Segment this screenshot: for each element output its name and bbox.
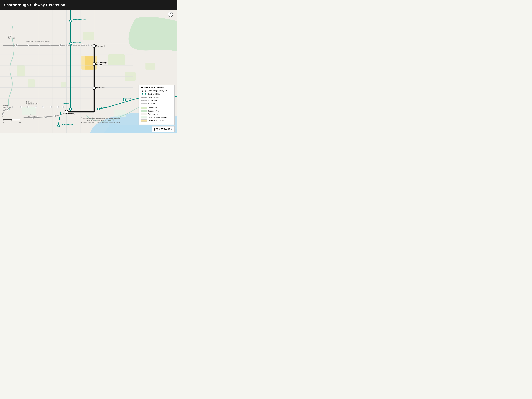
legend-item-go-rail: Existing GO Rail bbox=[141, 93, 172, 95]
svg-text:Sheppard: Sheppard bbox=[8, 37, 15, 39]
svg-text:Line: Line bbox=[2, 107, 6, 109]
scale-label-1: 1 bbox=[10, 122, 11, 123]
legend-label-existing-subway: Existing Subway bbox=[148, 96, 160, 98]
svg-point-106 bbox=[145, 100, 146, 101]
svg-point-50 bbox=[51, 106, 52, 108]
svg-point-42 bbox=[88, 44, 90, 46]
header: Scarborough Subway Extension bbox=[0, 0, 177, 10]
legend-item-existing-subway: Existing Subway bbox=[141, 96, 172, 98]
svg-point-58 bbox=[45, 116, 47, 118]
svg-point-48 bbox=[35, 106, 37, 108]
svg-point-108 bbox=[142, 103, 143, 104]
svg-point-69 bbox=[93, 87, 95, 90]
svg-point-61 bbox=[70, 20, 72, 22]
svg-point-34 bbox=[27, 44, 29, 46]
disclaimer-line1: All alignments/stations are conceptual a… bbox=[81, 117, 120, 119]
svg-point-35 bbox=[38, 44, 40, 46]
svg-rect-2 bbox=[108, 54, 125, 65]
scale-label-0: 0 bbox=[3, 122, 4, 123]
svg-point-96 bbox=[142, 90, 143, 91]
svg-text:Sheppard: Sheppard bbox=[96, 45, 105, 47]
svg-point-40 bbox=[74, 44, 76, 46]
svg-point-102 bbox=[142, 97, 143, 98]
legend-item-built-up-greenbelt: Built-Up Area in Greenbelt bbox=[141, 116, 172, 119]
svg-text:Eglinton: Eglinton bbox=[26, 101, 32, 103]
legend-title: SCARBOROUGH SUBWAY EXT. bbox=[141, 87, 172, 89]
svg-point-67 bbox=[93, 44, 95, 47]
svg-text:Lawrence: Lawrence bbox=[96, 86, 105, 88]
svg-text:Crosstown LRT: Crosstown LRT bbox=[26, 103, 38, 105]
svg-point-56 bbox=[2, 113, 4, 115]
svg-text:Bloor-Danforth: Bloor-Danforth bbox=[28, 116, 38, 118]
svg-text:Kennedy: Kennedy bbox=[63, 102, 71, 104]
svg-point-105 bbox=[142, 100, 143, 101]
disclaimer: All alignments/stations are conceptual a… bbox=[81, 117, 120, 124]
legend-item-future-subway: Future Subway bbox=[141, 99, 172, 101]
legend-item-greenbelt: Greenbelt Area bbox=[141, 110, 172, 112]
svg-text:Centre: Centre bbox=[96, 64, 102, 66]
legend-item-subway-ext: Scarborough Subway Ext. bbox=[141, 90, 172, 92]
svg-rect-10 bbox=[114, 110, 126, 117]
svg-rect-12 bbox=[85, 56, 93, 70]
svg-point-68 bbox=[93, 63, 95, 65]
svg-point-45 bbox=[12, 106, 13, 108]
svg-point-33 bbox=[16, 44, 18, 46]
legend-label-future-subway: Future Subway bbox=[148, 100, 159, 101]
svg-point-41 bbox=[82, 44, 84, 46]
svg-point-70 bbox=[65, 110, 68, 114]
svg-rect-110 bbox=[3, 119, 12, 120]
svg-text:Guildwood: Guildwood bbox=[122, 98, 131, 100]
svg-text:Finch-Kennedy: Finch-Kennedy bbox=[73, 19, 86, 20]
legend: SCARBOROUGH SUBWAY EXT. Scarborough Subw… bbox=[139, 85, 175, 125]
svg-point-97 bbox=[145, 90, 146, 91]
svg-point-51 bbox=[57, 106, 59, 108]
svg-point-72 bbox=[70, 108, 72, 110]
svg-text:Kennedy: Kennedy bbox=[68, 113, 76, 114]
svg-text:Scarborough: Scarborough bbox=[96, 62, 108, 63]
svg-rect-4 bbox=[17, 65, 25, 76]
legend-label-greenbelt: Greenbelt Area bbox=[148, 110, 159, 112]
page-title: Scarborough Subway Extension bbox=[4, 3, 65, 7]
svg-point-100 bbox=[145, 94, 146, 95]
legend-item-urban-growth: Urban Growth Centre bbox=[141, 120, 172, 122]
map-container: Finch-Kennedy Agincourt Sheppard Scarbor… bbox=[0, 10, 177, 133]
legend-label-subway-ext: Scarborough Subway Ext. bbox=[148, 90, 167, 92]
svg-text:Line 2: Line 2 bbox=[28, 114, 32, 116]
legend-label-go-rail: Existing GO Rail bbox=[148, 93, 160, 95]
svg-point-99 bbox=[142, 94, 143, 95]
svg-point-39 bbox=[65, 44, 68, 46]
legend-label-urban-growth: Urban Growth Centre bbox=[148, 120, 164, 121]
legend-label-built-up: Built-Up Area bbox=[148, 113, 158, 115]
svg-text:Eglinton: Eglinton bbox=[100, 107, 107, 109]
svg-point-47 bbox=[27, 106, 29, 108]
svg-point-36 bbox=[49, 44, 51, 46]
svg-text:Line 4: Line 4 bbox=[8, 35, 12, 37]
svg-point-65 bbox=[57, 125, 60, 127]
legend-item-built-up: Built-Up Area bbox=[141, 113, 172, 115]
svg-point-63 bbox=[97, 108, 100, 110]
svg-text:Agincourt: Agincourt bbox=[72, 41, 81, 43]
svg-point-71 bbox=[70, 42, 72, 45]
svg-rect-5 bbox=[28, 79, 35, 88]
metrolinx-name: METROLINX bbox=[159, 128, 172, 130]
svg-point-103 bbox=[145, 97, 146, 98]
scale-bar: 0 1 2 km bbox=[3, 118, 21, 123]
svg-point-46 bbox=[20, 106, 22, 108]
svg-point-52 bbox=[63, 106, 64, 108]
svg-point-55 bbox=[7, 108, 9, 110]
svg-point-59 bbox=[54, 115, 56, 117]
disclaimer-line2: Map produced by Metrolinx on 27/02/2020. bbox=[81, 119, 120, 121]
legend-item-greenspace: Greenspace bbox=[141, 107, 172, 109]
svg-rect-7 bbox=[146, 63, 155, 70]
svg-point-49 bbox=[42, 106, 44, 108]
svg-rect-3 bbox=[83, 32, 94, 40]
scale-label-2: 2 km bbox=[17, 122, 21, 123]
legend-item-future-lrt: Future LRT bbox=[141, 102, 172, 105]
svg-point-109 bbox=[145, 103, 146, 104]
svg-rect-111 bbox=[12, 119, 20, 120]
metrolinx-logo: METROLINX bbox=[152, 126, 175, 132]
svg-rect-8 bbox=[61, 82, 66, 88]
north-arrow: N bbox=[168, 12, 173, 17]
svg-text:Sheppard East Subway Extension: Sheppard East Subway Extension bbox=[26, 41, 51, 42]
disclaimer-line3: Base data from Land Information Ontario … bbox=[81, 121, 120, 124]
